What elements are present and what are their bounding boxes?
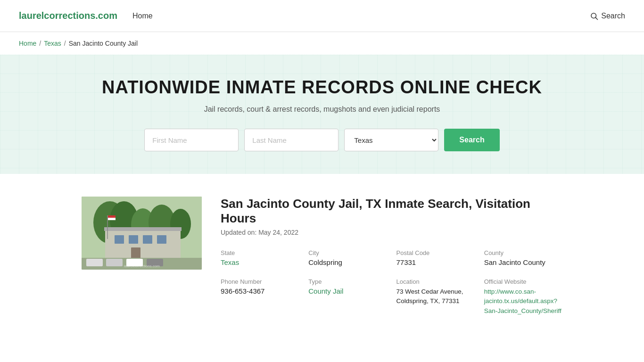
svg-line-1 <box>596 17 598 19</box>
header-left: laurelcorrections.com Home <box>19 10 153 21</box>
header-search-label: Search <box>601 12 625 20</box>
site-logo[interactable]: laurelcorrections.com <box>19 10 117 21</box>
phone-label: Phone Number <box>221 278 299 285</box>
svg-rect-17 <box>108 215 116 218</box>
svg-rect-12 <box>143 235 152 244</box>
city-value: Coldspring <box>308 258 387 266</box>
content-section: laurelcorrections.com San Jacinto County… <box>63 174 581 338</box>
search-form: AlabamaAlaskaArizonaArkansasCaliforniaCo… <box>9 129 635 151</box>
phone-value: 936-653-4367 <box>221 287 299 295</box>
svg-rect-21 <box>106 259 123 266</box>
city-label: City <box>308 249 387 256</box>
website-value[interactable]: http://www.co.san-jacinto.tx.us/default.… <box>484 288 561 314</box>
hero-title: NATIONWIDE INMATE RECORDS ONLINE CHECK <box>9 77 635 98</box>
info-county: County San Jacinto County <box>484 249 562 267</box>
nav-home-link[interactable]: Home <box>132 12 153 20</box>
type-value[interactable]: County Jail <box>308 287 343 295</box>
info-phone: Phone Number 936-653-4367 <box>221 278 299 316</box>
location-label: Location <box>396 278 475 285</box>
svg-rect-13 <box>157 235 166 244</box>
breadcrumb-current: San Jacinto County Jail <box>69 40 138 47</box>
svg-rect-9 <box>104 227 182 231</box>
location-value: 73 West Cedar Avenue, Coldspring, TX, 77… <box>396 287 475 306</box>
site-header: laurelcorrections.com Home Search <box>0 0 644 32</box>
hero-subtitle: Jail records, court & arrest records, mu… <box>9 105 635 114</box>
breadcrumb-state[interactable]: Texas <box>44 40 61 47</box>
facility-image-svg: laurelcorrections.com <box>82 197 202 270</box>
svg-rect-10 <box>115 235 124 244</box>
info-city: City Coldspring <box>308 249 387 267</box>
facility-details: San Jacinto County Jail, TX Inmate Searc… <box>221 197 562 316</box>
website-label: Official Website <box>484 278 562 285</box>
postal-value: 77331 <box>396 258 475 266</box>
county-value: San Jacinto County <box>484 258 562 266</box>
info-postal: Postal Code 77331 <box>396 249 475 267</box>
type-label: Type <box>308 278 387 285</box>
info-type: Type County Jail <box>308 278 387 316</box>
county-label: County <box>484 249 562 256</box>
svg-rect-18 <box>108 218 116 220</box>
svg-rect-20 <box>86 259 103 266</box>
hero-section: NATIONWIDE INMATE RECORDS ONLINE CHECK J… <box>0 55 644 174</box>
info-location: Location 73 West Cedar Avenue, Coldsprin… <box>396 278 475 316</box>
search-button[interactable]: Search <box>444 129 499 151</box>
first-name-input[interactable] <box>144 129 239 151</box>
breadcrumb-sep-1: / <box>39 40 41 47</box>
info-grid: State Texas City Coldspring Postal Code … <box>221 249 562 316</box>
svg-rect-11 <box>129 235 138 244</box>
search-icon <box>590 12 598 20</box>
breadcrumb-home[interactable]: Home <box>19 40 36 47</box>
postal-label: Postal Code <box>396 249 475 256</box>
info-website: Official Website http://www.co.san-jacin… <box>484 278 562 316</box>
state-value[interactable]: Texas <box>221 258 239 266</box>
last-name-input[interactable] <box>244 129 339 151</box>
svg-rect-8 <box>105 230 181 263</box>
header-search-button[interactable]: Search <box>590 12 625 20</box>
facility-title: San Jacinto County Jail, TX Inmate Searc… <box>221 197 562 226</box>
breadcrumb-sep-2: / <box>64 40 66 47</box>
breadcrumb: Home / Texas / San Jacinto County Jail <box>0 32 644 55</box>
state-select[interactable]: AlabamaAlaskaArizonaArkansasCaliforniaCo… <box>344 129 438 151</box>
facility-image: laurelcorrections.com <box>82 197 202 270</box>
state-label: State <box>221 249 299 256</box>
facility-updated: Updated on: May 24, 2022 <box>221 229 562 236</box>
info-state: State Texas <box>221 249 299 267</box>
svg-text:laurelcorrections.com: laurelcorrections.com <box>124 264 160 268</box>
